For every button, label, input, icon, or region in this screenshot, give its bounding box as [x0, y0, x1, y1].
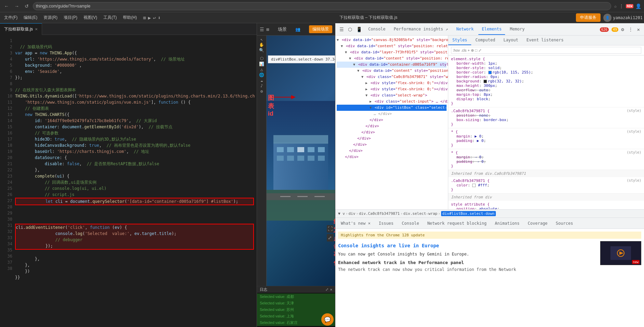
scene-tool-globe[interactable]: 🌐 — [259, 73, 264, 77]
dom-listbox-line[interactable]: ▼ <div id="listBox" class="select-down" … — [337, 105, 447, 111]
breadcrumb-div[interactable]: div — [349, 211, 356, 216]
tab-animations[interactable]: Animations — [492, 220, 522, 227]
tab-console[interactable]: Console — [365, 24, 389, 35]
scene-tool-settings[interactable]: ⚙ — [260, 89, 263, 94]
dom-line[interactable]: </div> — [337, 154, 447, 160]
menu-resources[interactable]: 资源(R) — [41, 13, 60, 22]
tab-issues[interactable]: Issues — [376, 220, 396, 227]
dom-triangle[interactable]: ▼ — [365, 93, 368, 97]
toolbar-download-icon[interactable]: ⬇ — [158, 15, 160, 21]
log-expand-icon[interactable]: ⤢ — [325, 287, 329, 292]
expand-icon[interactable]: ⤢ — [327, 234, 334, 241]
hamburger-icon[interactable]: ☰ — [260, 27, 264, 32]
scene-tool-up[interactable]: △ — [260, 67, 263, 72]
tab-styles[interactable]: Styles — [448, 36, 471, 45]
tab-memory[interactable]: Memory — [506, 24, 528, 35]
fullscreen-icon[interactable]: ⛶ — [327, 225, 334, 233]
toolbar-undo-icon[interactable]: ↩ — [153, 15, 156, 21]
back-button[interactable]: ← — [3, 3, 10, 10]
menu-edit[interactable]: 编辑(E) — [21, 13, 40, 22]
toolbar-layout-icon[interactable]: ⊞ — [143, 15, 146, 21]
dom-triangle[interactable]: ▼ — [337, 38, 339, 42]
dom-triangle[interactable]: ▼ — [370, 106, 372, 109]
tab-network-blocking[interactable]: Network request blocking — [425, 220, 489, 227]
video-thumbnail[interactable]: new — [600, 241, 641, 265]
forward-button[interactable]: → — [13, 3, 21, 10]
scene-tool-chart[interactable]: 📊 — [259, 62, 264, 66]
chat-button[interactable]: 💬 — [321, 313, 334, 326]
dom-tree-panel[interactable]: ▼ <div data-id="canvas-8j92085bfa" style… — [335, 36, 448, 209]
dom-triangle[interactable]: ▼ — [361, 75, 363, 79]
edit-scene-button[interactable]: 编辑场景 — [309, 25, 332, 33]
breadcrumb-listbox[interactable]: div#listBox.select-down — [441, 211, 496, 216]
dom-line[interactable]: ▶ <div style="flex-shrink: 0;"></div> — [337, 86, 447, 92]
device-icon[interactable]: 📱 — [355, 25, 363, 34]
menu-project[interactable]: 项目(P) — [61, 13, 80, 22]
refresh-button[interactable]: ↺ — [23, 3, 30, 10]
dom-line[interactable]: </div> — [337, 129, 447, 135]
dom-triangle[interactable]: ▼ — [357, 69, 359, 73]
inspect-icon[interactable]: ⬡ — [347, 25, 353, 34]
dom-triangle[interactable]: ▼ — [345, 50, 347, 54]
tab-network[interactable]: Network — [453, 24, 477, 35]
scene-tool-hand[interactable]: ✋ — [259, 42, 264, 47]
dom-line[interactable]: ▼ <div class="Ca0c8fb3479871" style="wid… — [337, 74, 447, 80]
apply-service-button[interactable]: 申请服务 — [576, 13, 601, 22]
dom-line[interactable]: </div> — [337, 117, 447, 123]
scene-tool-music[interactable]: ♪ — [260, 83, 263, 88]
tab-computed[interactable]: Computed — [471, 36, 499, 45]
dom-triangle[interactable]: ▶ — [365, 81, 368, 85]
scene-tool-cursor[interactable]: ↖ — [260, 37, 263, 42]
dom-triangle[interactable]: ▼ — [349, 56, 351, 60]
close-dt-icon[interactable]: ✕ — [636, 25, 641, 34]
tab-elements[interactable]: Elements — [478, 24, 505, 35]
menu-view[interactable]: 视图(V) — [81, 13, 100, 22]
tab-coverage[interactable]: Coverage — [525, 220, 550, 227]
tab-whatsnew[interactable]: What's new × — [338, 220, 373, 227]
scene-tool-cloud[interactable]: ☁ — [260, 78, 263, 83]
editor-tab[interactable]: 下拉框获取值.js ✕ — [0, 23, 42, 35]
dom-line[interactable]: ▶ <div style="flex-shrink: 0;"></div> — [337, 80, 447, 86]
dom-line[interactable]: … </div> — [337, 111, 447, 117]
tab-close-icon[interactable]: ✕ — [35, 27, 38, 31]
tab-console-bottom[interactable]: Console — [399, 220, 422, 227]
tab-performance[interactable]: Performance insights ↗ — [390, 24, 452, 35]
settings-icon[interactable]: ⚙ — [620, 25, 625, 34]
tab-event-listeners[interactable]: Event listeners — [523, 36, 568, 45]
toolbar-play-icon[interactable]: ▶ — [148, 15, 151, 21]
dom-container-line[interactable]: ▼ <div data-id="container-d005a716f9" st… — [337, 62, 447, 68]
menu-help[interactable]: 帮助(H) — [120, 13, 140, 22]
user-profile-icon[interactable]: 👤 — [635, 3, 641, 9]
dots-icon[interactable]: ⋮ — [627, 25, 634, 34]
dom-line[interactable]: </div> — [337, 148, 447, 154]
dom-line[interactable]: ▼ <div data-id="canvas-8j92085bfa" style… — [337, 37, 447, 43]
scene-tool-layers[interactable]: ⬡ — [260, 56, 263, 61]
dom-line[interactable]: ▼ <div data-id="layer-7f3hf01f5" style="… — [337, 49, 447, 55]
grid-icon[interactable]: ⊞ — [266, 27, 269, 32]
dom-line[interactable]: </div> — [337, 123, 447, 129]
breadcrumb-selectwrap[interactable]: div.select-wrap — [403, 211, 437, 216]
dom-line[interactable]: ▶ <div class="select-input"> … </div> — [337, 99, 447, 105]
dom-line[interactable]: ▼ <div data-id="content" style="position… — [337, 68, 447, 74]
dom-line[interactable]: ▼ <div data-id="content" style="position… — [337, 43, 447, 49]
dom-line[interactable]: ▼ <div data-id="content" style="position… — [337, 55, 447, 62]
dom-selectwrap-line[interactable]: ▼ <div class="select-wrap"> — [337, 92, 447, 99]
code-editor-content[interactable]: // 加载场景代码 var app = new THING.App({ url:… — [14, 35, 257, 327]
breadcrumb-v[interactable]: ▼ v — [338, 211, 345, 216]
styles-filter-input[interactable] — [451, 47, 641, 54]
dom-triangle[interactable]: ▼ — [341, 44, 343, 48]
tab-layout[interactable]: Layout — [499, 36, 522, 45]
scene-tool-search[interactable]: 🔍 — [259, 48, 264, 53]
breadcrumb-ca0c8[interactable]: div.Ca0c8fb3479871 — [359, 211, 400, 216]
dom-triangle[interactable]: ▶ — [365, 87, 368, 91]
menu-file[interactable]: 文件(F) — [1, 13, 20, 22]
tab-sources[interactable]: Sources — [553, 220, 576, 227]
dom-triangle[interactable]: ▶ — [370, 100, 372, 103]
devtools-menu-icon[interactable]: ☰ — [338, 25, 345, 34]
dom-line[interactable]: </div> — [337, 135, 447, 142]
menu-tools[interactable]: 工具(T) — [101, 13, 119, 22]
dom-line[interactable]: </div> — [337, 142, 447, 148]
url-bar[interactable] — [33, 2, 611, 10]
dom-triangle[interactable]: ▼ — [353, 63, 355, 66]
log-close-icon[interactable]: ✕ — [330, 287, 332, 292]
